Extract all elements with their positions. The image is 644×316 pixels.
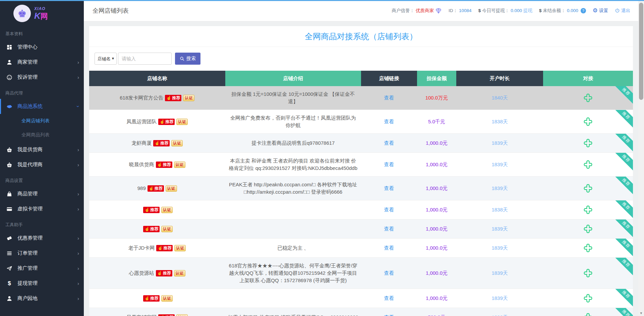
table-row: 989 ☝推荐 认证 PEAK王者 http://peaknb.cccpan.c…: [89, 177, 633, 200]
thumb-up-icon: ☝: [144, 206, 150, 213]
view-link[interactable]: 查看: [384, 295, 394, 302]
connect-cell: 推荐: [543, 153, 633, 176]
sidebar-item-优惠券管理[interactable]: 优惠券管理›: [0, 231, 84, 246]
search-button[interactable]: 搜索: [175, 53, 200, 65]
sidebar-item-label: 商品池系统: [17, 103, 43, 110]
account-age: 1839天: [491, 295, 508, 302]
settings-label: 设置: [599, 8, 608, 14]
view-link[interactable]: 查看: [384, 185, 394, 192]
connect-icon[interactable]: [583, 293, 593, 303]
view-link[interactable]: 查看: [384, 244, 394, 252]
sidebar-item-商品池系统[interactable]: 商品池系统›: [0, 99, 84, 114]
sidebar-item-投诉管理[interactable]: 投诉管理›: [0, 70, 84, 85]
ticket-icon: [6, 235, 12, 241]
store-name: 心愿货源站: [129, 269, 154, 277]
account-age: 1839天: [491, 161, 508, 168]
store-name: 989: [137, 185, 146, 192]
thumb-up-icon: ☝: [157, 269, 162, 277]
connect-icon[interactable]: [583, 224, 593, 234]
connect-icon[interactable]: [583, 160, 593, 170]
thumb-up-icon: ☝: [160, 118, 165, 125]
view-link[interactable]: 查看: [384, 269, 394, 277]
store-link-cell: 查看: [361, 219, 417, 238]
search-field-select[interactable]: 店铺名: [95, 53, 117, 65]
connect-icon[interactable]: [583, 205, 593, 215]
view-link[interactable]: 查看: [384, 225, 394, 233]
logout-button[interactable]: 退出: [615, 8, 630, 14]
help-icon[interactable]: ?: [581, 8, 586, 13]
verified-badge: 认证: [183, 95, 194, 101]
chevron-right-icon: ›: [77, 206, 79, 211]
top-navbar: 全网店铺列表 商户信誉： 优质商家 ID： 10084 $ 今日可提现： 0.0…: [84, 0, 638, 21]
connect-icon[interactable]: [583, 117, 593, 127]
store-link-cell: 查看: [361, 289, 417, 308]
view-link[interactable]: 查看: [384, 161, 394, 168]
sidebar-item-我是代理商[interactable]: 我是代理商›: [0, 157, 84, 172]
account-age-cell: 1840天: [456, 86, 543, 110]
recommend-ribbon: 推荐: [613, 153, 633, 172]
view-link[interactable]: 查看: [384, 118, 394, 125]
sidebar-subitem-全网商品列表[interactable]: 全网商品列表: [0, 128, 84, 142]
chevron-right-icon: ›: [77, 191, 79, 196]
scrollbar-thumb[interactable]: [639, 3, 643, 100]
sidebar-item-label: 投诉管理: [17, 74, 38, 80]
thumb-up-icon: ☝: [155, 139, 160, 147]
withdrawable-group: $ 今日可提现： 0.000 提现: [478, 8, 532, 14]
guarantee-amount: 500.0元: [428, 314, 446, 316]
sidebar-item-label: 我是代理商: [17, 162, 43, 168]
sidebar-item-商品管理[interactable]: 商品管理›: [0, 186, 84, 201]
guarantee-amount: 1,000.0元: [426, 139, 448, 147]
store-intro: 担保金额 1元=100保证金 10元=1000保证金 【保证金不退】: [228, 90, 359, 105]
settings-button[interactable]: ⚙ 设置: [593, 8, 608, 14]
account-age: 1838天: [491, 314, 508, 316]
user-icon: [6, 296, 12, 302]
view-link[interactable]: 查看: [384, 139, 394, 147]
connect-icon[interactable]: [583, 312, 593, 316]
store-link-cell: 查看: [361, 239, 417, 257]
view-link[interactable]: 查看: [384, 206, 394, 213]
store-link-cell: 查看: [361, 177, 417, 200]
recommend-ribbon: 推荐: [613, 177, 633, 196]
credit-label: 商户信誉：: [392, 8, 415, 14]
power-icon: [615, 8, 620, 13]
sidebar-item-订单管理[interactable]: 订单管理›: [0, 246, 84, 261]
recommend-ribbon: 推荐: [613, 219, 633, 238]
sidebar-item-label: 商户园地: [17, 295, 38, 302]
account-age: 1838天: [491, 118, 508, 125]
sidebar-item-虚拟卡管理[interactable]: 虚拟卡管理›: [0, 201, 84, 216]
sidebar-item-商家管理[interactable]: 商家管理›: [0, 55, 84, 70]
sidebar-item-管理中心[interactable]: 管理中心: [0, 40, 84, 55]
connect-icon[interactable]: [583, 183, 593, 193]
search-input[interactable]: [118, 53, 172, 65]
connect-icon[interactable]: [583, 138, 593, 148]
store-intro: 提卡注意看商品说明售后q978078617: [251, 139, 335, 147]
connect-icon[interactable]: [583, 243, 593, 253]
sidebar-item-商户园地[interactable]: 商户园地›: [0, 291, 84, 306]
withdrawable-value: 0.000: [511, 8, 522, 13]
sidebar-item-推广管理[interactable]: 推广管理›: [0, 261, 84, 276]
thumb-up-icon: ☝: [144, 225, 150, 233]
unsettled-group: $ 未结余额： 0.000 ?: [539, 8, 586, 14]
brand-logo[interactable]: ♚ XIAO K网: [0, 0, 84, 25]
connect-icon[interactable]: [583, 93, 593, 103]
list-icon: [6, 250, 12, 256]
sidebar-group-label: 工具助手: [0, 216, 84, 231]
sidebar-item-label: 商品管理: [17, 191, 38, 197]
page-scrollbar[interactable]: ▼: [638, 0, 644, 316]
sidebar-item-提现管理[interactable]: $提现管理›: [0, 276, 84, 291]
connect-icon[interactable]: [583, 268, 593, 278]
withdraw-link[interactable]: 提现: [523, 8, 532, 14]
sidebar-subitem-全网店铺列表[interactable]: 全网店铺列表: [0, 114, 84, 128]
guarantee-amount-cell: 1,000.0元: [417, 177, 456, 200]
view-link[interactable]: 查看: [384, 94, 394, 102]
recommend-badge: ☝推荐: [153, 140, 170, 146]
table-row: 老于JD卡网 ☝推荐 认证 已稳定为主 、 查看 1,000.0元 1839天 …: [89, 239, 633, 258]
table-row: 龙虾商厦 ☝推荐 认证 提卡注意看商品说明售后q978078617 查看 1,0…: [89, 134, 633, 153]
recommend-ribbon: 推荐: [613, 200, 633, 219]
sidebar-item-我是供货商[interactable]: 我是供货商›: [0, 142, 84, 157]
verified-badge: 认证: [171, 140, 183, 146]
view-link[interactable]: 查看: [384, 314, 394, 316]
column-header-开户时长: 开户时长: [456, 71, 543, 86]
scrollbar-down-arrow[interactable]: ▼: [638, 311, 644, 315]
connect-cell: 推荐: [543, 239, 633, 257]
